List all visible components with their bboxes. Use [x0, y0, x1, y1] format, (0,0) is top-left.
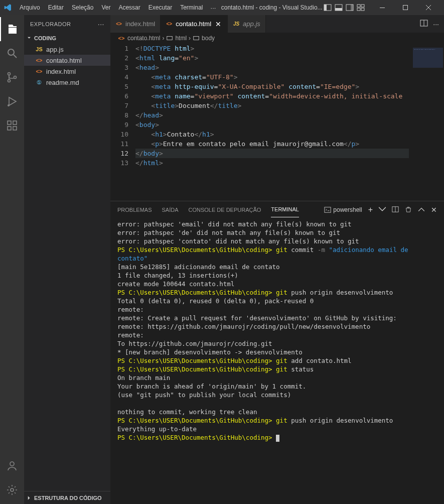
source-control-icon[interactable]: [0, 65, 24, 89]
line-gutter: 12345678910111213: [110, 44, 135, 201]
code-line[interactable]: </html>: [135, 158, 444, 168]
editor-split-icon[interactable]: [420, 19, 428, 29]
tab-app-js[interactable]: JSapp.js: [228, 15, 266, 33]
layout-toggle-sidebar-icon[interactable]: [324, 4, 332, 12]
close-tab-icon[interactable]: ✕: [214, 20, 222, 28]
panel-tab-terminal[interactable]: TERMINAL: [271, 202, 299, 217]
layout-toggle-panel-icon[interactable]: [335, 4, 343, 12]
menu-ver[interactable]: Ver: [98, 2, 114, 13]
terminal-shell-selector[interactable]: powershell: [324, 206, 362, 213]
explorer-icon[interactable]: [0, 17, 24, 41]
menu-executar[interactable]: Executar: [145, 2, 176, 13]
close-panel-icon[interactable]: ✕: [431, 206, 437, 214]
menu-bar: ArquivoEditarSeleçãoVerAcessarExecutarTe…: [16, 2, 207, 13]
terminal-output[interactable]: error: pathspec 'email' did not match an…: [110, 218, 444, 504]
breadcrumb-element[interactable]: body: [202, 35, 215, 42]
panel-tab-problemas[interactable]: PROBLEMAS: [117, 202, 152, 217]
file-name: readme.md: [46, 79, 79, 86]
panel-tabs: PROBLEMASSAÍDACONSOLE DE DEPURAÇÃOTERMIN…: [110, 201, 444, 218]
code-line[interactable]: <meta name="viewport" content="width=dev…: [135, 91, 444, 101]
sidebar-more-icon[interactable]: ···: [98, 20, 104, 28]
code-line[interactable]: <head>: [135, 63, 444, 72]
accounts-icon[interactable]: [0, 454, 24, 478]
js-icon: JS: [233, 21, 240, 28]
menu-overflow[interactable]: ···: [207, 2, 220, 14]
editor-more-icon[interactable]: ···: [433, 20, 439, 28]
extensions-icon[interactable]: [0, 113, 24, 138]
svg-rect-11: [403, 6, 408, 10]
chevron-right-icon: ›: [162, 35, 164, 42]
svg-rect-9: [361, 8, 364, 11]
file-item-index-html[interactable]: <>index.html: [24, 66, 110, 77]
svg-rect-10: [380, 8, 385, 8]
file-item-readme-md[interactable]: ①readme.md: [24, 77, 110, 88]
code-area[interactable]: <!DOCTYPE html><html lang="en"><head> <m…: [135, 44, 444, 201]
layout-customize-icon[interactable]: [357, 4, 365, 12]
sidebar-title: EXPLORADOR: [30, 21, 71, 27]
search-icon[interactable]: [0, 41, 24, 65]
code-line[interactable]: <meta http-equiv="X-UA-Compatible" conte…: [135, 82, 444, 91]
svg-rect-22: [8, 127, 11, 130]
panel: PROBLEMASSAÍDACONSOLE DE DEPURAÇÃOTERMIN…: [110, 201, 444, 504]
svg-rect-1: [324, 5, 327, 11]
kill-terminal-icon[interactable]: [405, 206, 412, 214]
html-icon: <>: [166, 21, 173, 28]
code-line[interactable]: </head>: [135, 110, 444, 120]
code-line[interactable]: </body>: [135, 149, 444, 158]
code-line[interactable]: <!DOCTYPE html>: [135, 44, 444, 53]
code-line[interactable]: <html lang="en">: [135, 53, 444, 63]
file-name: app.js: [46, 46, 64, 53]
svg-line-15: [14, 55, 17, 58]
minimize-button[interactable]: [371, 0, 394, 15]
file-item-app-js[interactable]: JSapp.js: [24, 44, 110, 55]
breadcrumb-file[interactable]: contato.html: [127, 35, 160, 42]
file-item-contato-html[interactable]: <>contato.html: [24, 55, 110, 66]
editor-content[interactable]: 12345678910111213 <!DOCTYPE html><html l…: [110, 44, 444, 201]
svg-point-26: [11, 488, 14, 491]
menu-seleção[interactable]: Seleção: [68, 2, 97, 13]
minimap[interactable]: ▬▬▬ ▬▬▬ ▬▬ ▬▬▬▬ ▬ ▬▬▬ ▬▬ ▬▬▬▬ ▬▬▬ ▬: [409, 44, 444, 201]
maximize-button[interactable]: [394, 0, 417, 15]
panel-tab-console-de-depuração[interactable]: CONSOLE DE DEPURAÇÃO: [188, 202, 261, 217]
svg-point-20: [8, 104, 10, 106]
breadcrumb-element[interactable]: html: [175, 35, 187, 42]
svg-rect-31: [325, 207, 331, 212]
svg-rect-29: [167, 37, 173, 40]
tab-contato-html[interactable]: <>contato.html✕: [161, 15, 228, 33]
svg-point-16: [8, 73, 11, 75]
code-line[interactable]: <h1>Contato</h1>: [135, 130, 444, 139]
breadcrumb[interactable]: <> contato.html › html › body: [110, 33, 444, 44]
menu-acessar[interactable]: Acessar: [115, 2, 143, 13]
panel-tab-saída[interactable]: SAÍDA: [162, 202, 178, 217]
tab-index-html[interactable]: <>index.html: [110, 15, 161, 33]
menu-terminal[interactable]: Terminal: [177, 2, 206, 13]
chevron-up-icon[interactable]: [418, 206, 425, 214]
svg-point-14: [8, 49, 14, 55]
outline-toggle[interactable]: ESTRUTURA DO CÓDIGO: [24, 491, 110, 504]
code-line[interactable]: <title>Document</title>: [135, 101, 444, 110]
settings-icon[interactable]: [0, 478, 24, 502]
code-line[interactable]: <body>: [135, 120, 444, 130]
tab-label: index.html: [125, 20, 155, 28]
code-line[interactable]: <p>Entre em contato pelo email jmaurojr@…: [135, 139, 444, 149]
outline-label: ESTRUTURA DO CÓDIGO: [34, 495, 102, 501]
svg-rect-30: [194, 37, 199, 40]
run-debug-icon[interactable]: [0, 89, 24, 113]
html-icon: <>: [117, 34, 125, 42]
svg-point-18: [14, 76, 17, 79]
menu-arquivo[interactable]: Arquivo: [16, 2, 44, 13]
svg-rect-8: [357, 8, 360, 11]
svg-rect-21: [8, 121, 11, 124]
svg-rect-6: [357, 5, 360, 7]
window-title: contato.html - coding - Visual Studio...: [220, 4, 324, 11]
dropdown-icon[interactable]: [379, 206, 386, 214]
folder-toggle[interactable]: CODING: [24, 33, 110, 44]
menu-editar[interactable]: Editar: [45, 2, 67, 13]
editor-area: <>index.html<>contato.html✕JSapp.js ··· …: [110, 15, 444, 504]
split-terminal-icon[interactable]: [392, 206, 399, 214]
code-line[interactable]: <meta charset="UTF-8">: [135, 72, 444, 82]
new-terminal-icon[interactable]: +: [368, 205, 373, 214]
layout-toggle-secondary-icon[interactable]: [346, 4, 354, 12]
close-button[interactable]: [417, 0, 440, 15]
file-name: contato.html: [46, 57, 82, 64]
